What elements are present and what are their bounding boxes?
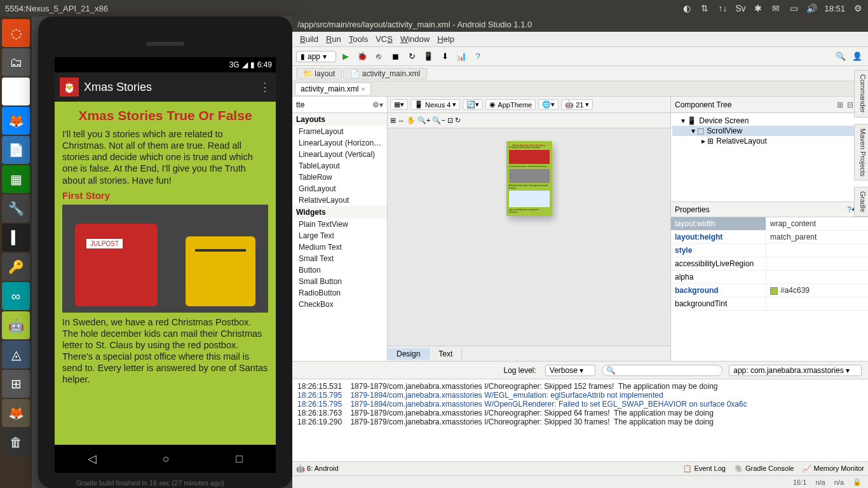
pan-tool[interactable]: ✋	[407, 116, 416, 125]
view-options[interactable]: ▦▾	[390, 99, 408, 110]
keyboard-icon[interactable]: Sv	[735, 3, 745, 13]
tree-relativelayout[interactable]: ▸ ⊞ RelativeLayout	[672, 136, 867, 146]
avd-button[interactable]: 📱	[421, 50, 435, 64]
user-icon[interactable]: 👤	[850, 50, 864, 64]
zoom-fit-icon[interactable]: ⊡	[447, 116, 453, 125]
log-filter-select[interactable]: app: com.janebabra.xmasstories ▾	[729, 365, 862, 376]
calculator-icon[interactable]: ⊞	[2, 370, 30, 398]
palette-item[interactable]: Large Text	[292, 230, 387, 241]
property-row[interactable]: accessibilityLiveRegion	[671, 257, 868, 271]
tab-design[interactable]: Design	[388, 348, 430, 360]
trash-icon[interactable]: 🗑	[2, 428, 30, 456]
android-icon[interactable]: 🤖	[2, 311, 30, 339]
palette-item[interactable]: Medium Text	[292, 241, 387, 253]
palette-item[interactable]: LinearLayout (Vertical)	[292, 149, 387, 160]
tab-activity-main[interactable]: activity_main.xml×	[295, 83, 371, 95]
chrome-icon[interactable]: ◉	[2, 78, 30, 105]
refresh-icon[interactable]: ↻	[455, 116, 461, 125]
writer-icon[interactable]: 📄	[2, 136, 30, 164]
api-selector[interactable]: 🤖21▾	[561, 99, 593, 110]
search-icon[interactable]: 🔍	[834, 50, 848, 64]
design-canvas[interactable]: Xmas Stories True Or False I'll tell you…	[388, 128, 670, 346]
calc-icon[interactable]: ▦	[2, 165, 30, 193]
spacing-tool[interactable]: ↔	[398, 117, 405, 125]
arduino-icon[interactable]: ∞	[2, 282, 30, 310]
palette-item[interactable]: Plain TextView	[292, 219, 387, 230]
palette-item[interactable]: FrameLayout	[292, 126, 387, 137]
crumb-file[interactable]: 📄 activity_main.xml	[343, 68, 427, 79]
chrome-tray-icon[interactable]: ◐	[682, 3, 692, 13]
settings-icon[interactable]: 🔧	[2, 194, 30, 222]
log-search-input[interactable]: 🔍	[602, 365, 722, 376]
palette-item[interactable]: TableLayout	[292, 160, 387, 172]
palette-item[interactable]: LinearLayout (Horizontal)	[292, 137, 387, 149]
device-selector[interactable]: 📱 Nexus 4 ▾	[410, 99, 460, 110]
help-icon[interactable]: ?	[847, 205, 851, 214]
battery-icon[interactable]: ▭	[789, 3, 799, 13]
menu-build[interactable]: Build	[297, 34, 321, 44]
side-commander[interactable]: Commander	[854, 70, 868, 118]
tab-gradle-console[interactable]: 🐘 Gradle Console	[735, 464, 794, 473]
locale[interactable]: 🌐▾	[538, 99, 559, 110]
sdk-button[interactable]: ⬇	[438, 50, 452, 64]
monitor-button[interactable]: 📊	[454, 50, 468, 64]
layout-preview[interactable]: Xmas Stories True Or False I'll tell you…	[506, 141, 552, 216]
menu-window[interactable]: Window	[398, 34, 432, 44]
palette-item[interactable]: TableRow	[292, 172, 387, 183]
firefox-icon[interactable]: 🦊	[2, 107, 30, 135]
align-tool[interactable]: ⊞	[390, 116, 396, 125]
property-row[interactable]: layout:heightmatch_parent	[671, 231, 868, 244]
palette-item[interactable]: RelativeLayout	[292, 194, 387, 206]
close-tab-icon[interactable]: ×	[361, 85, 365, 93]
debug-button[interactable]: 🐞	[355, 50, 369, 64]
menu-run[interactable]: Run	[323, 34, 344, 44]
zoom-in-icon[interactable]: 🔍+	[417, 116, 430, 125]
updates-icon[interactable]: ↑↓	[717, 3, 728, 13]
sync-button[interactable]: ↻	[405, 50, 419, 64]
clock[interactable]: 18:51	[824, 4, 845, 13]
network-icon[interactable]: ⇅	[700, 3, 710, 13]
palette-gear-icon[interactable]: ⚙▾	[372, 100, 383, 109]
collapse-icon[interactable]: ⊟	[847, 100, 853, 109]
overflow-menu-icon[interactable]: ⋮	[259, 80, 271, 94]
theme-selector[interactable]: ◉AppTheme	[485, 99, 536, 110]
palette-item[interactable]: GridLayout	[292, 183, 387, 194]
property-row[interactable]: backgroundTint	[671, 297, 868, 311]
run-config-selector[interactable]: ▮ app ▾	[296, 51, 336, 62]
dash-icon[interactable]: ◌	[2, 19, 30, 47]
crumb-layout[interactable]: 📁 layout	[296, 68, 342, 79]
mail-icon[interactable]: ✉	[771, 3, 781, 13]
stop-button[interactable]: ◼	[388, 50, 402, 64]
keepass-icon[interactable]: 🔑	[2, 253, 30, 281]
terminal-icon[interactable]: ▍	[2, 224, 30, 252]
property-row[interactable]: style	[671, 244, 868, 257]
side-maven[interactable]: Maven Projects	[854, 124, 868, 181]
tree-device[interactable]: ▾ 📱 Device Screen	[672, 116, 867, 126]
component-tree[interactable]: ▾ 📱 Device Screen ▾ ⬚ ScrollView ▸ ⊞ Rel…	[671, 113, 868, 202]
tab-android[interactable]: 🤖 6: Android	[296, 464, 339, 473]
help-button[interactable]: ?	[471, 50, 485, 64]
android-studio-icon[interactable]: ◬	[2, 341, 30, 369]
tab-event-log[interactable]: 📋 Event Log	[683, 464, 726, 473]
palette-item[interactable]: Small Button	[292, 276, 387, 287]
home-icon[interactable]: ○	[163, 452, 170, 466]
palette-item[interactable]: Small Text	[292, 253, 387, 264]
menu-help[interactable]: Help	[435, 34, 457, 44]
app-content[interactable]: Xmas Stories True Or False I'll tell you…	[55, 102, 276, 445]
menu-vcs[interactable]: VCS	[373, 34, 395, 44]
tree-scrollview[interactable]: ▾ ⬚ ScrollView	[672, 126, 867, 136]
palette-item[interactable]: RadioButton	[292, 287, 387, 299]
zoom-out-icon[interactable]: 🔍−	[432, 116, 445, 125]
run-button[interactable]: ▶	[339, 50, 353, 64]
tab-memory[interactable]: 📈 Memory Monitor	[803, 464, 864, 473]
log-output[interactable]: 18:26:15.531 1879-1879/com.janebabra.xma…	[292, 379, 868, 461]
property-row[interactable]: layout:widthwrap_content	[671, 217, 868, 231]
property-row[interactable]: alpha	[671, 271, 868, 284]
log-level-select[interactable]: Verbose ▾	[545, 365, 595, 376]
property-row[interactable]: background#a4c639	[671, 284, 868, 297]
tab-text[interactable]: Text	[430, 348, 462, 360]
files-icon[interactable]: 🗂	[2, 48, 30, 76]
palette-item[interactable]: CheckBox	[292, 299, 387, 310]
side-gradle[interactable]: Gradle	[854, 187, 868, 217]
attach-button[interactable]: ⎋	[372, 50, 386, 64]
